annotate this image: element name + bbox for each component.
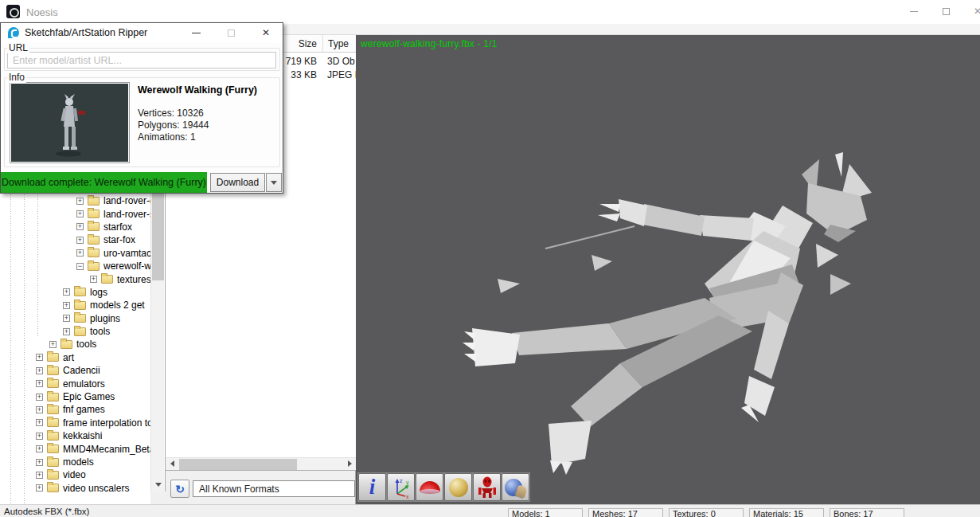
expand-icon[interactable]: + [36,445,43,452]
tree-scroll-down-arrow[interactable] [151,478,165,492]
refresh-icon[interactable]: ↻ [170,480,189,498]
expand-icon[interactable]: + [36,380,43,387]
column-header-type[interactable]: Type [322,35,356,53]
minimize-icon[interactable] [898,0,930,22]
tree-item-models[interactable]: +models [0,456,150,468]
expand-icon[interactable]: + [36,433,43,440]
folder-icon [88,236,100,245]
axes-icon[interactable]: zyx [387,473,415,501]
folder-icon [47,353,59,362]
dialog-maximize-icon[interactable] [217,23,244,42]
main-window-title: Noesis [26,6,58,18]
folder-icon [88,197,100,206]
info-icon[interactable]: i [358,473,386,501]
tree-item-label: logs [90,287,107,298]
expand-icon[interactable]: + [76,198,84,205]
tree-item-models-2-get[interactable]: +models 2 get [0,299,150,311]
expand-icon[interactable]: + [49,341,57,348]
expand-icon[interactable]: + [63,328,70,335]
dialog-titlebar[interactable]: Sketchfab/ArtStation Ripper ✕ [1,23,283,43]
format-status-text: Autodesk FBX (*.fbx) [4,507,89,516]
column-header-size[interactable]: Size [283,35,322,53]
noesis-app-icon [6,5,20,18]
collapse-icon[interactable]: − [76,263,84,270]
file-hscroll-thumb[interactable] [179,459,297,470]
tree-item-tools[interactable]: +tools [0,325,150,338]
dialog-minimize-icon[interactable] [182,23,209,42]
tree-item-tools[interactable]: +tools [0,338,150,351]
expand-icon[interactable]: + [36,472,43,479]
tree-item-label: uro-vamtac- [103,248,150,259]
dome-icon[interactable] [416,473,443,501]
tree-item-video[interactable]: +video [0,468,150,481]
file-type-cell: 3D Ob [327,56,356,67]
svg-text:z: z [400,478,403,484]
tree-item-star-fox[interactable]: +star-fox [0,233,150,246]
close-icon[interactable]: ✕ [962,0,980,22]
expand-icon[interactable]: + [76,223,84,230]
folder-icon [74,314,86,323]
tree-item-textures[interactable]: +textures [0,272,150,285]
expand-icon[interactable]: + [76,210,84,217]
format-filter-combo[interactable]: All Known Formats [193,480,355,497]
expand-icon[interactable]: + [36,367,43,374]
tree-item-starfox[interactable]: +starfox [0,221,150,233]
expand-icon[interactable]: + [63,288,70,296]
expand-icon[interactable]: + [36,459,43,466]
tree-vscroll-thumb[interactable] [152,194,164,280]
folder-icon [47,405,59,414]
tree-item-kekkaishi[interactable]: +kekkaishi [0,429,150,442]
folder-icon [88,249,100,257]
folder-icon [74,327,86,336]
tree-item-fnf-games[interactable]: +fnf games [0,403,150,416]
sphere-icon[interactable] [444,473,472,501]
tree-item-uro-vamtac-[interactable]: +uro-vamtac- [0,247,150,260]
tree-item-label: models [63,456,94,468]
expand-icon[interactable]: + [36,406,43,413]
tree-item-art[interactable]: +art [0,351,150,364]
expand-icon[interactable]: + [36,484,43,492]
tree-item-epic-games[interactable]: +Epic Games [0,390,150,403]
file-list-horizontal-scrollbar[interactable] [166,457,356,470]
status-cell-meshes: Meshes: 17 [588,508,663,517]
expand-icon[interactable]: + [76,237,84,244]
folder-icon [47,432,59,441]
expand-icon[interactable]: + [76,249,84,257]
werewolf-model [356,35,980,504]
tree-item-cadencii[interactable]: +Cadencii [0,364,150,377]
tree-item-logs[interactable]: +logs [0,286,150,299]
tree-item-frame-interpolation-too[interactable]: +frame interpolation too [0,417,150,429]
skeleton-icon[interactable] [473,473,501,501]
download-status-banner: Download complete: Werewolf Walking (Fur… [1,172,207,193]
tree-item-label: werewolf-wa [103,260,150,272]
expand-icon[interactable]: + [36,419,43,426]
expand-icon[interactable]: + [36,394,43,401]
tree-item-land-rover-d[interactable]: +land-rover-d [0,194,150,207]
folder-tree: +land-rover-d+land-rover-s+starfox+star-… [0,194,150,495]
expand-icon[interactable]: + [63,315,70,322]
folder-icon [74,288,86,296]
thumbnail-werewolf-figure [11,84,128,162]
expand-icon[interactable]: + [36,354,43,361]
download-button[interactable]: Download [210,173,265,192]
tree-item-werewolf-wa[interactable]: −werewolf-wa [0,260,150,272]
tree-item-video-unscalers[interactable]: +video unscalers [0,482,150,495]
tree-item-label: starfox [103,221,132,233]
model-stat-vertices: Vertices: 10326 [138,108,204,119]
file-scroll-right-arrow[interactable] [343,458,356,469]
tree-item-emulators[interactable]: +emulators [0,377,150,390]
3d-viewport[interactable]: werewolf-walking-furry.fbx - 1/1 izyx [356,35,980,504]
tree-item-plugins[interactable]: +plugins [0,312,150,325]
download-dropdown-arrow[interactable] [266,173,282,192]
tree-item-land-rover-s[interactable]: +land-rover-s [0,207,150,220]
expand-icon[interactable]: + [90,276,97,283]
file-scroll-left-arrow[interactable] [166,458,178,469]
url-input[interactable] [7,52,276,69]
viewport-model-label: werewolf-walking-furry.fbx - 1/1 [361,38,498,49]
maximize-icon[interactable] [930,0,962,22]
expand-icon[interactable]: + [63,302,70,309]
dialog-close-icon[interactable]: ✕ [252,23,279,42]
tree-item-mmd4mecanim-beta-2[interactable]: +MMD4Mecanim_Beta_2 [0,442,150,455]
sketchfab-ripper-dialog: Sketchfab/ArtStation Ripper ✕ URL Info [0,22,283,194]
material-sphere-icon[interactable] [502,473,529,501]
